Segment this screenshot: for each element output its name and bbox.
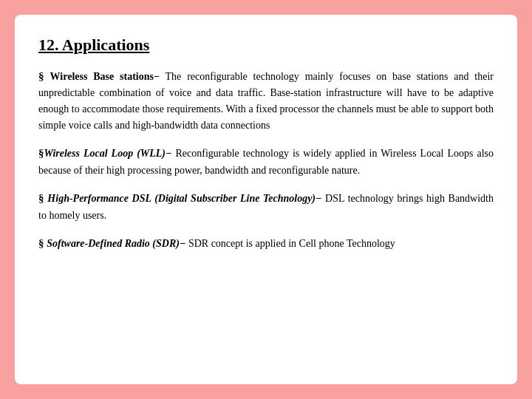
label-software-defined-radio: Software-Defined Radio (SDR)− xyxy=(47,238,185,249)
label-wireless-local-loop: Wireless Local Loop (WLL)− xyxy=(44,148,172,159)
bullet-1: § xyxy=(38,70,50,82)
section-high-performance-dsl: § High-Performance DSL (Digital Subscrib… xyxy=(38,190,494,223)
main-card: 12. Applications § Wireless Base station… xyxy=(15,15,517,384)
body-software-defined-radio: SDR concept is applied in Cell phone Tec… xyxy=(185,238,395,249)
bullet-3: § xyxy=(38,192,47,204)
bullet-2: § xyxy=(38,147,44,159)
page-title: 12. Applications xyxy=(38,35,494,55)
label-high-performance-dsl: High-Performance DSL (Digital Subscriber… xyxy=(47,193,321,204)
section-wireless-local-loop: §Wireless Local Loop (WLL)− Reconfigurab… xyxy=(38,145,494,178)
label-wireless-base-stations: Wireless Base stations− xyxy=(50,71,160,82)
section-software-defined-radio: § Software-Defined Radio (SDR)− SDR conc… xyxy=(38,235,494,252)
bullet-4: § xyxy=(38,237,47,249)
section-wireless-base-stations: § Wireless Base stations− The reconfigur… xyxy=(38,68,494,133)
